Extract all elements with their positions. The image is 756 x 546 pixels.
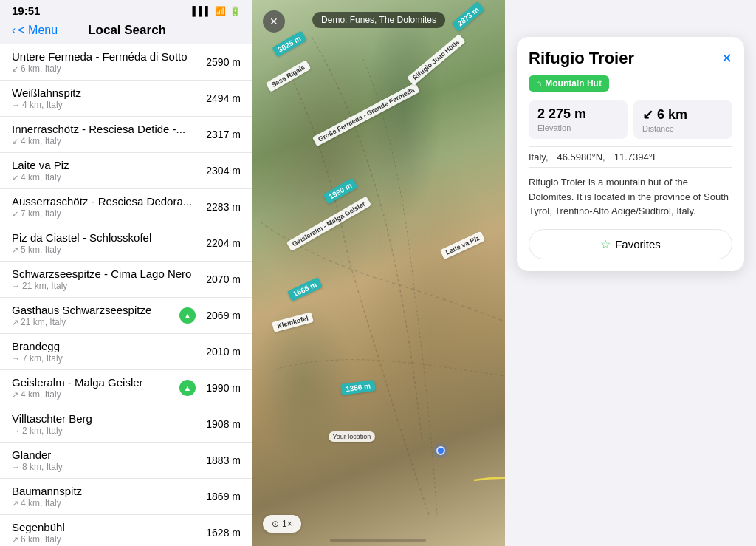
card-location: Italy, 46.5980°N, 11.7394°E — [529, 146, 732, 168]
item-sub: ↗ 4 km, Italy — [12, 498, 82, 508]
item-sub: ↙ 4 km, Italy — [12, 136, 185, 146]
item-distance: 4 km, Italy — [22, 100, 63, 110]
distance-value: ↙ 6 km — [642, 106, 724, 123]
green-badge: ▲ — [179, 380, 196, 396]
zoom-level: 1× — [282, 519, 292, 529]
item-left: Innerraschötz - Resciesa Detide -... ↙ 4… — [12, 123, 185, 146]
list-item[interactable]: Ausserraschötz - Resciesa Dedora... ↙ 7 … — [0, 189, 252, 225]
item-elevation: 2494 m — [200, 92, 241, 104]
elevation-value: 2 275 m — [537, 106, 619, 122]
item-elevation: 1990 m — [200, 382, 241, 394]
direction-icon: ↗ — [12, 499, 18, 508]
item-name: Glander — [12, 448, 63, 461]
item-elevation: 2010 m — [200, 346, 241, 358]
item-distance: 4 km, Italy — [21, 498, 61, 508]
item-distance: 21 km, Italy — [21, 317, 66, 327]
item-sub: ↗ 6 km, Italy — [12, 534, 65, 545]
direction-icon: → — [12, 281, 20, 290]
item-sub: ↗ 5 km, Italy — [12, 245, 151, 255]
item-right: 2317 m — [200, 129, 241, 140]
item-elevation: 2317 m — [200, 129, 241, 140]
longitude-value: 11.7394°E — [614, 151, 659, 163]
home-indicator — [330, 539, 426, 542]
list-item[interactable]: Laite va Piz ↙ 4 km, Italy 2304 m — [0, 153, 252, 189]
item-right: 2304 m — [200, 165, 241, 177]
star-icon: ☆ — [600, 237, 611, 251]
list-item[interactable]: Brandegg → 7 km, Italy 2010 m — [0, 334, 252, 370]
list-item[interactable]: Villtaschter Berg → 2 km, Italy 1908 m — [0, 406, 252, 443]
nav-title: Local Search — [88, 23, 166, 38]
item-name: Brandegg — [12, 340, 63, 352]
item-distance: 6 km, Italy — [21, 64, 61, 74]
list-item[interactable]: Gasthaus Schwarzseespitze ↗ 21 km, Italy… — [0, 298, 252, 334]
item-sub: → 7 km, Italy — [12, 353, 63, 364]
item-right: ▲ 2069 m — [179, 307, 241, 324]
elevation-stat: 2 275 m Elevation — [529, 100, 628, 139]
item-sub: ↗ 21 km, Italy — [12, 317, 151, 327]
map-close-button[interactable]: ✕ — [263, 10, 285, 33]
direction-icon: → — [12, 100, 20, 109]
direction-icon: ↙ — [12, 64, 18, 74]
favorites-button[interactable]: ☆ Favorites — [529, 229, 732, 259]
zoom-icon: ⊙ — [272, 519, 279, 529]
direction-icon: → — [12, 354, 20, 363]
nav-bar: ‹ < Menu Local Search — [0, 20, 252, 44]
list-item[interactable]: Schwarzseespitze - Cima Lago Nero → 21 k… — [0, 262, 252, 298]
item-name: Geisleralm - Malga Geisler — [12, 376, 143, 389]
item-distance: 5 km, Italy — [21, 245, 61, 255]
battery-icon: 🔋 — [230, 6, 241, 16]
hut-icon: ⌂ — [536, 78, 541, 89]
item-left: Laite va Piz ↙ 4 km, Italy — [12, 159, 69, 182]
item-elevation: 1869 m — [200, 491, 241, 502]
item-elevation: 2283 m — [200, 201, 241, 213]
item-sub: ↗ 4 km, Italy — [12, 389, 143, 400]
list-item[interactable]: Glander → 8 km, Italy 1883 m — [0, 443, 252, 479]
status-time: 19:51 — [12, 4, 40, 17]
direction-icon: ↗ — [12, 318, 18, 327]
right-panel: Rifugio Troier ✕ ⌂ Mountain Hut 2 275 m … — [505, 0, 756, 546]
card-header: Rifugio Troier ✕ — [529, 49, 732, 68]
list-item[interactable]: Weißlahnspitz → 4 km, Italy 2494 m — [0, 81, 252, 117]
card-close-button[interactable]: ✕ — [721, 50, 732, 66]
item-elevation: 1628 m — [200, 527, 241, 539]
card-title: Rifugio Troier — [529, 49, 634, 68]
item-left: Schwarzseespitze - Cima Lago Nero → 21 k… — [12, 267, 191, 291]
item-left: Ausserraschötz - Resciesa Dedora... ↙ 7 … — [12, 195, 192, 219]
elevation-label: Elevation — [537, 123, 619, 132]
wifi-icon: 📶 — [215, 6, 226, 16]
list-item[interactable]: Geisleralm - Malga Geisler ↗ 4 km, Italy… — [0, 370, 252, 406]
nav-back-button[interactable]: ‹ < Menu — [12, 24, 58, 37]
list-item[interactable]: Piz da Ciastel - Schlosskofel ↗ 5 km, It… — [0, 225, 252, 262]
item-right: ▲ 1990 m — [179, 380, 241, 396]
item-name: Weißlahnspitz — [12, 86, 81, 99]
item-sub: → 21 km, Italy — [12, 281, 191, 291]
zoom-button[interactable]: ⊙ 1× — [263, 515, 301, 533]
item-name: Ausserraschötz - Resciesa Dedora... — [12, 195, 192, 208]
item-elevation: 2069 m — [200, 310, 241, 321]
chevron-left-icon: ‹ — [12, 24, 16, 37]
direction-icon: ↗ — [12, 390, 18, 400]
map-background: 2873 m 3025 m Sass Rigais Große Fermeda … — [252, 0, 505, 546]
item-right: 1628 m — [200, 527, 241, 539]
list-item[interactable]: Untere Fermeda - Ferméda di Sotto ↙ 6 km… — [0, 44, 252, 81]
direction-icon: → — [12, 463, 20, 471]
item-right: 2494 m — [200, 92, 241, 104]
green-badge: ▲ — [179, 307, 196, 324]
item-elevation: 1883 m — [200, 454, 241, 466]
item-left: Untere Fermeda - Ferméda di Sotto ↙ 6 km… — [12, 50, 188, 74]
list-item[interactable]: Innerraschötz - Resciesa Detide -... ↙ 4… — [0, 117, 252, 153]
item-name: Laite va Piz — [12, 159, 69, 171]
status-bar: 19:51 ▌▌▌ 📶 🔋 — [0, 0, 252, 20]
item-right: 1869 m — [200, 491, 241, 502]
card-description: Rifugio Troier is a mountain hut of the … — [529, 175, 732, 219]
search-list[interactable]: Untere Fermeda - Ferméda di Sotto ↙ 6 km… — [0, 44, 252, 546]
item-sub: ↙ 7 km, Italy — [12, 208, 192, 219]
item-name: Innerraschötz - Resciesa Detide -... — [12, 123, 185, 135]
list-item[interactable]: Segenbühl ↗ 6 km, Italy 1628 m — [0, 515, 252, 546]
item-left: Geisleralm - Malga Geisler ↗ 4 km, Italy — [12, 376, 143, 400]
direction-icon: ↙ — [12, 173, 18, 182]
item-left: Baumannspitz ↗ 4 km, Italy — [12, 485, 82, 508]
card-stats: 2 275 m Elevation ↙ 6 km Distance — [529, 100, 732, 139]
item-right: 2590 m — [200, 56, 241, 68]
list-item[interactable]: Baumannspitz ↗ 4 km, Italy 1869 m — [0, 479, 252, 515]
